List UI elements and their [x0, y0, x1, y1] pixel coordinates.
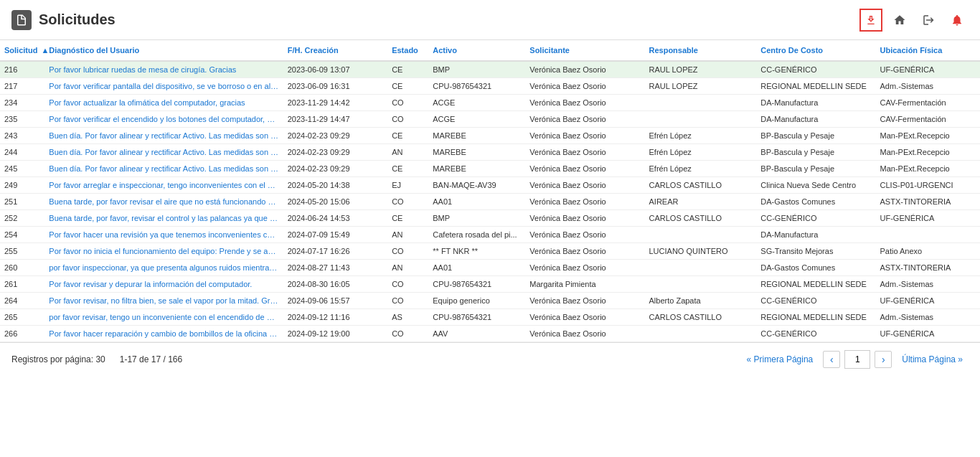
cell-diagnostic: Por favor hacer una revisión ya que tene… [44, 227, 283, 243]
next-page-button[interactable]: › [875, 351, 892, 368]
notification-button[interactable] [946, 9, 969, 32]
cell-fecha: 2024-09-12 11:16 [283, 309, 387, 326]
cell-solicitud: 255 [0, 243, 44, 260]
table-row[interactable]: 265por favor revisar, tengo un inconveni… [0, 309, 980, 326]
cell-solicitud: 244 [0, 144, 44, 161]
table-row[interactable]: 217Por favor verificar pantalla del disp… [0, 78, 980, 95]
cell-solicitante: Verónica Baez Osorio [525, 61, 644, 78]
cell-activo: ACGE [428, 95, 525, 111]
cell-activo: CPU-987654321 [428, 78, 525, 95]
last-page-button[interactable]: Última Página » [896, 352, 969, 367]
cell-activo: Equipo generico [428, 293, 525, 309]
cell-centro: REGIONAL MEDELLIN SEDE [756, 276, 875, 293]
cell-ubicacion: Adm.-Sistemas [876, 309, 980, 326]
cell-fecha: 2023-11-29 14:47 [283, 111, 387, 128]
cell-ubicacion: Adm.-Sistemas [876, 78, 980, 95]
prev-page-button[interactable]: ‹ [823, 351, 840, 368]
cell-diagnostic: Buen día. Por favor alinear y rectificar… [44, 161, 283, 177]
sort-arrow-solicitud: ▲ [42, 46, 50, 55]
download-button[interactable] [859, 9, 882, 32]
cell-centro: CC-GENÉRICO [756, 326, 875, 342]
cell-solicitante: Verónica Baez Osorio [525, 177, 644, 194]
table-row[interactable]: 251Buena tarde, por favor revisar el air… [0, 194, 980, 210]
cell-centro: REGIONAL MEDELLIN SEDE [756, 78, 875, 95]
cell-responsable: Alberto Zapata [645, 293, 757, 309]
cell-fecha: 2024-08-27 11:43 [283, 260, 387, 276]
cell-centro: DA-Manufactura [756, 227, 875, 243]
cell-activo: AAV [428, 326, 525, 342]
col-header-fecha[interactable]: F/H. Creación [283, 40, 387, 61]
cell-diagnostic: Por favor hacer reparación y cambio de b… [44, 326, 283, 342]
cell-diagnostic: Por favor revisar y depurar la informaci… [44, 276, 283, 293]
cell-solicitante: Verónica Baez Osorio [525, 194, 644, 210]
col-header-solicitante[interactable]: Solicitante [525, 40, 644, 61]
cell-solicitud: 252 [0, 210, 44, 227]
col-header-solicitud[interactable]: Solicitud ▲ [0, 40, 44, 61]
logout-button[interactable] [917, 9, 940, 32]
cell-fecha: 2024-08-30 16:05 [283, 276, 387, 293]
cell-diagnostic: Por favor verificar pantalla del disposi… [44, 78, 283, 95]
cell-responsable: CARLOS CASTILLO [645, 309, 757, 326]
table-row[interactable]: 216Por favor lubricar ruedas de mesa de … [0, 61, 980, 78]
cell-centro: DA-Gastos Comunes [756, 194, 875, 210]
first-page-button[interactable]: « Primera Página [741, 352, 819, 367]
cell-estado: EJ [387, 177, 428, 194]
table-row[interactable]: 255Por favor no inicia el funcionamiento… [0, 243, 980, 260]
col-header-centro[interactable]: Centro De Costo [756, 40, 875, 61]
table-row[interactable]: 254Por favor hacer una revisión ya que t… [0, 227, 980, 243]
solicitudes-icon [11, 10, 32, 30]
cell-responsable: AIREAR [645, 194, 757, 210]
cell-fecha: 2023-06-09 16:31 [283, 78, 387, 95]
header-right [859, 9, 969, 32]
table-container: Solicitud ▲ Diagnóstico del Usuario F/H.… [0, 40, 980, 342]
table-row[interactable]: 261Por favor revisar y depurar la inform… [0, 276, 980, 293]
cell-fecha: 2024-09-12 19:00 [283, 326, 387, 342]
cell-estado: AS [387, 309, 428, 326]
cell-fecha: 2023-06-09 13:07 [283, 61, 387, 78]
cell-estado: CE [387, 161, 428, 177]
table-row[interactable]: 235Por favor verificar el encendido y lo… [0, 111, 980, 128]
cell-solicitante: Verónica Baez Osorio [525, 144, 644, 161]
cell-solicitante: Verónica Baez Osorio [525, 309, 644, 326]
cell-centro: CC-GENÉRICO [756, 61, 875, 78]
cell-activo: MAREBE [428, 144, 525, 161]
table-row[interactable]: 234Por favor actualizar la ofimática del… [0, 95, 980, 111]
cell-diagnostic: Por favor verificar el encendido y los b… [44, 111, 283, 128]
cell-fecha: 2024-05-20 14:38 [283, 177, 387, 194]
home-button[interactable] [888, 9, 911, 32]
table-row[interactable]: 249Por favor arreglar e inspeccionar, te… [0, 177, 980, 194]
cell-centro: SG-Transito Mejoras [756, 243, 875, 260]
cell-centro: CC-GENÉRICO [756, 210, 875, 227]
cell-responsable: RAUL LOPEZ [645, 61, 757, 78]
cell-fecha: 2024-06-24 14:53 [283, 210, 387, 227]
cell-diagnostic: Buena tarde, por favor, revisar el contr… [44, 210, 283, 227]
cell-estado: CO [387, 111, 428, 128]
cell-activo: Cafetera rosada del pi... [428, 227, 525, 243]
cell-solicitante: Verónica Baez Osorio [525, 78, 644, 95]
col-header-activo[interactable]: Activo [428, 40, 525, 61]
cell-estado: CE [387, 210, 428, 227]
cell-ubicacion: CAV-Fermentación [876, 95, 980, 111]
col-header-diagnostico[interactable]: Diagnóstico del Usuario [44, 40, 283, 61]
table-row[interactable]: 244Buen día. Por favor alinear y rectifi… [0, 144, 980, 161]
cell-activo: BMP [428, 61, 525, 78]
page-number-input[interactable] [844, 350, 870, 369]
col-header-estado[interactable]: Estado [387, 40, 428, 61]
col-header-responsable[interactable]: Responsable [645, 40, 757, 61]
cell-solicitante: Verónica Baez Osorio [525, 243, 644, 260]
col-header-ubicacion[interactable]: Ubicación Física [876, 40, 980, 61]
cell-fecha: 2024-02-23 09:29 [283, 161, 387, 177]
table-row[interactable]: 245Buen día. Por favor alinear y rectifi… [0, 161, 980, 177]
cell-diagnostic: Por favor no inicia el funcionamiento de… [44, 243, 283, 260]
table-row[interactable]: 266Por favor hacer reparación y cambio d… [0, 326, 980, 342]
footer-info: Registros por página: 30 1-17 de 17 / 16… [11, 354, 182, 364]
table-row[interactable]: 260por favor inspeccionar, ya que presen… [0, 260, 980, 276]
table-row[interactable]: 264Por favor revisar, no filtra bien, se… [0, 293, 980, 309]
cell-fecha: 2023-11-29 14:42 [283, 95, 387, 111]
cell-estado: AN [387, 227, 428, 243]
table-row[interactable]: 243Buen día. Por favor alinear y rectifi… [0, 128, 980, 144]
cell-responsable: Efrén López [645, 144, 757, 161]
cell-diagnostic: Buen día. Por favor alinear y rectificar… [44, 128, 283, 144]
table-row[interactable]: 252Buena tarde, por favor, revisar el co… [0, 210, 980, 227]
cell-estado: AN [387, 144, 428, 161]
